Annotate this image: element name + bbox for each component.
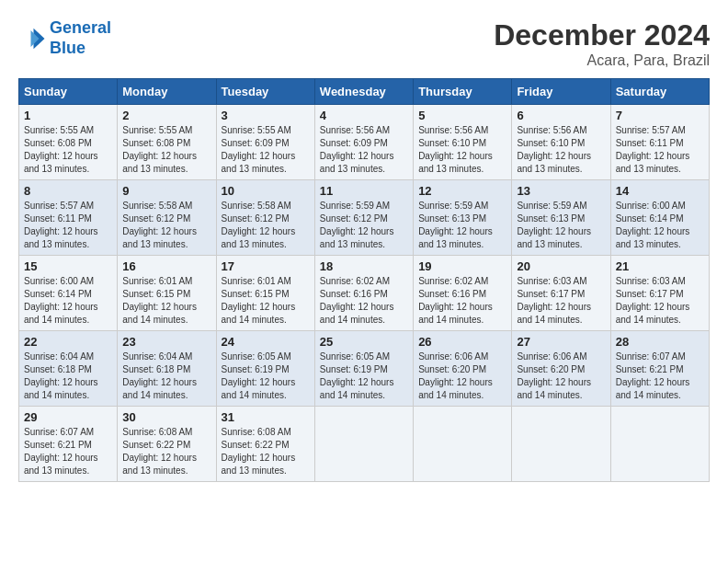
- day-info: Sunrise: 6:01 AMSunset: 6:15 PMDaylight:…: [222, 275, 310, 327]
- calendar-week-row: 22Sunrise: 6:04 AMSunset: 6:18 PMDayligh…: [19, 331, 710, 407]
- page-header: General Blue December 2024 Acara, Para, …: [18, 18, 710, 69]
- weekday-header-tuesday: Tuesday: [216, 79, 314, 105]
- day-number: 30: [122, 410, 210, 424]
- day-info: Sunrise: 6:03 AMSunset: 6:17 PMDaylight:…: [616, 275, 704, 327]
- day-info: Sunrise: 5:58 AMSunset: 6:12 PMDaylight:…: [122, 200, 210, 251]
- calendar-cell: 4Sunrise: 5:56 AMSunset: 6:09 PMDaylight…: [314, 105, 413, 180]
- day-info: Sunrise: 6:08 AMSunset: 6:22 PMDaylight:…: [222, 426, 310, 477]
- month-title: December 2024: [494, 18, 710, 52]
- weekday-header-thursday: Thursday: [414, 79, 512, 105]
- calendar-cell: 17Sunrise: 6:01 AMSunset: 6:15 PMDayligh…: [216, 256, 314, 331]
- day-number: 7: [616, 109, 704, 122]
- day-info: Sunrise: 5:59 AMSunset: 6:12 PMDaylight:…: [320, 200, 408, 251]
- day-number: 15: [24, 259, 112, 273]
- weekday-header-saturday: Saturday: [610, 79, 709, 105]
- day-number: 21: [616, 259, 704, 273]
- day-info: Sunrise: 5:58 AMSunset: 6:12 PMDaylight:…: [222, 200, 310, 251]
- day-info: Sunrise: 5:56 AMSunset: 6:10 PMDaylight:…: [517, 124, 605, 176]
- calendar-cell: 26Sunrise: 6:06 AMSunset: 6:20 PMDayligh…: [414, 331, 512, 407]
- day-info: Sunrise: 6:01 AMSunset: 6:15 PMDaylight:…: [122, 275, 210, 327]
- day-info: Sunrise: 6:05 AMSunset: 6:19 PMDaylight:…: [320, 350, 408, 402]
- weekday-header-monday: Monday: [118, 79, 216, 105]
- calendar-cell: [314, 407, 413, 482]
- day-info: Sunrise: 5:55 AMSunset: 6:08 PMDaylight:…: [122, 124, 210, 176]
- weekday-header-friday: Friday: [512, 79, 610, 105]
- calendar-cell: 12Sunrise: 5:59 AMSunset: 6:13 PMDayligh…: [414, 180, 512, 256]
- day-number: 19: [418, 259, 506, 273]
- day-number: 16: [122, 259, 210, 273]
- day-info: Sunrise: 6:07 AMSunset: 6:21 PMDaylight:…: [24, 426, 112, 477]
- calendar-cell: 23Sunrise: 6:04 AMSunset: 6:18 PMDayligh…: [118, 331, 216, 407]
- title-block: December 2024 Acara, Para, Brazil: [494, 18, 710, 69]
- calendar-cell: 9Sunrise: 5:58 AMSunset: 6:12 PMDaylight…: [118, 180, 216, 256]
- day-info: Sunrise: 6:07 AMSunset: 6:21 PMDaylight:…: [616, 350, 704, 402]
- day-info: Sunrise: 6:00 AMSunset: 6:14 PMDaylight:…: [24, 275, 112, 327]
- day-number: 24: [222, 335, 310, 349]
- day-number: 1: [24, 109, 112, 122]
- weekday-header-sunday: Sunday: [19, 79, 118, 105]
- day-number: 11: [320, 184, 408, 198]
- calendar-cell: 10Sunrise: 5:58 AMSunset: 6:12 PMDayligh…: [216, 180, 314, 256]
- calendar-cell: 28Sunrise: 6:07 AMSunset: 6:21 PMDayligh…: [610, 331, 709, 407]
- calendar-cell: 15Sunrise: 6:00 AMSunset: 6:14 PMDayligh…: [19, 256, 118, 331]
- day-info: Sunrise: 5:59 AMSunset: 6:13 PMDaylight:…: [418, 200, 506, 251]
- day-number: 31: [222, 410, 310, 424]
- logo-line1: General: [50, 18, 111, 37]
- calendar-cell: 7Sunrise: 5:57 AMSunset: 6:11 PMDaylight…: [610, 105, 709, 180]
- day-number: 28: [616, 335, 704, 349]
- day-info: Sunrise: 5:55 AMSunset: 6:09 PMDaylight:…: [222, 124, 310, 176]
- day-info: Sunrise: 5:57 AMSunset: 6:11 PMDaylight:…: [616, 124, 704, 176]
- calendar-cell: 24Sunrise: 6:05 AMSunset: 6:19 PMDayligh…: [216, 331, 314, 407]
- day-info: Sunrise: 6:05 AMSunset: 6:19 PMDaylight:…: [222, 350, 310, 402]
- calendar-cell: 29Sunrise: 6:07 AMSunset: 6:21 PMDayligh…: [19, 407, 118, 482]
- day-number: 10: [222, 184, 310, 198]
- calendar-cell: 16Sunrise: 6:01 AMSunset: 6:15 PMDayligh…: [118, 256, 216, 331]
- calendar-cell: [610, 407, 709, 482]
- day-info: Sunrise: 6:04 AMSunset: 6:18 PMDaylight:…: [122, 350, 210, 402]
- logo: General Blue: [18, 18, 111, 58]
- day-info: Sunrise: 6:08 AMSunset: 6:22 PMDaylight:…: [122, 426, 210, 477]
- logo-line2: Blue: [50, 39, 111, 59]
- day-info: Sunrise: 6:06 AMSunset: 6:20 PMDaylight:…: [418, 350, 506, 402]
- day-number: 23: [122, 335, 210, 349]
- day-info: Sunrise: 5:56 AMSunset: 6:09 PMDaylight:…: [320, 124, 408, 176]
- calendar-week-row: 8Sunrise: 5:57 AMSunset: 6:11 PMDaylight…: [19, 180, 710, 256]
- day-info: Sunrise: 5:56 AMSunset: 6:10 PMDaylight:…: [418, 124, 506, 176]
- calendar-cell: [512, 407, 610, 482]
- calendar-cell: 5Sunrise: 5:56 AMSunset: 6:10 PMDaylight…: [414, 105, 512, 180]
- weekday-header-row: SundayMondayTuesdayWednesdayThursdayFrid…: [19, 79, 710, 105]
- day-number: 18: [320, 259, 408, 273]
- calendar-cell: 30Sunrise: 6:08 AMSunset: 6:22 PMDayligh…: [118, 407, 216, 482]
- day-number: 22: [24, 335, 112, 349]
- day-number: 4: [320, 109, 408, 122]
- calendar-table: SundayMondayTuesdayWednesdayThursdayFrid…: [18, 78, 710, 482]
- calendar-cell: 25Sunrise: 6:05 AMSunset: 6:19 PMDayligh…: [314, 331, 413, 407]
- day-number: 20: [517, 259, 605, 273]
- calendar-cell: 8Sunrise: 5:57 AMSunset: 6:11 PMDaylight…: [19, 180, 118, 256]
- logo-text: General Blue: [50, 18, 111, 58]
- calendar-cell: 13Sunrise: 5:59 AMSunset: 6:13 PMDayligh…: [512, 180, 610, 256]
- day-number: 26: [418, 335, 506, 349]
- day-info: Sunrise: 6:03 AMSunset: 6:17 PMDaylight:…: [517, 275, 605, 327]
- calendar-cell: 11Sunrise: 5:59 AMSunset: 6:12 PMDayligh…: [314, 180, 413, 256]
- day-info: Sunrise: 5:55 AMSunset: 6:08 PMDaylight:…: [24, 124, 112, 176]
- calendar-cell: 14Sunrise: 6:00 AMSunset: 6:14 PMDayligh…: [610, 180, 709, 256]
- day-number: 13: [517, 184, 605, 198]
- day-info: Sunrise: 6:02 AMSunset: 6:16 PMDaylight:…: [418, 275, 506, 327]
- weekday-header-wednesday: Wednesday: [314, 79, 413, 105]
- day-info: Sunrise: 6:06 AMSunset: 6:20 PMDaylight:…: [517, 350, 605, 402]
- day-number: 9: [122, 184, 210, 198]
- day-number: 27: [517, 335, 605, 349]
- calendar-cell: 19Sunrise: 6:02 AMSunset: 6:16 PMDayligh…: [414, 256, 512, 331]
- day-info: Sunrise: 6:00 AMSunset: 6:14 PMDaylight:…: [616, 200, 704, 251]
- day-number: 12: [418, 184, 506, 198]
- day-number: 25: [320, 335, 408, 349]
- day-info: Sunrise: 6:04 AMSunset: 6:18 PMDaylight:…: [24, 350, 112, 402]
- calendar-cell: 3Sunrise: 5:55 AMSunset: 6:09 PMDaylight…: [216, 105, 314, 180]
- day-number: 2: [122, 109, 210, 122]
- day-number: 6: [517, 109, 605, 122]
- day-number: 17: [222, 259, 310, 273]
- day-number: 14: [616, 184, 704, 198]
- calendar-week-row: 29Sunrise: 6:07 AMSunset: 6:21 PMDayligh…: [19, 407, 710, 482]
- day-number: 8: [24, 184, 112, 198]
